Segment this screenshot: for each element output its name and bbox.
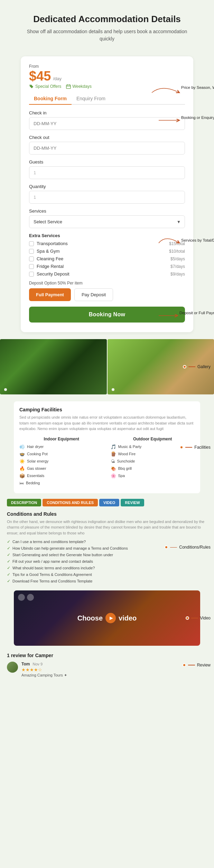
gallery-label: Gallery [197,364,211,369]
service-checkbox-security[interactable] [29,272,34,277]
service-row-security: Security Deposit $9/days [29,271,185,277]
tab-booking-form[interactable]: Booking Form [29,93,72,105]
condition-0: ✓Can I use a terms and conditions templa… [7,539,207,544]
outdoor-title: Outdoor Equipment [111,437,195,441]
video-title: Choose ▶ video [77,613,137,623]
tab-video[interactable]: VIDEO [99,499,119,506]
review-stars: ★★★★☆ [21,667,67,672]
page-subtitle: Show off all accommodation details and h… [21,28,193,43]
page-wrapper: Dedicated Accommodation Details Show off… [0,0,214,678]
gas-icon: 🔥 [19,466,25,471]
conditions-title: Conditions and Rules [7,511,207,517]
service-price-cleaning: $5/days [170,256,185,261]
checkout-label: Check out [29,135,185,140]
video-dot [186,616,189,620]
service-checkbox-transportations[interactable] [29,241,34,246]
service-row-spa: Spa & Gym $10/total [29,249,185,254]
reviewer-name: Tom [21,662,30,666]
gallery-annotation: Gallery [183,364,211,369]
guests-input[interactable] [29,166,185,179]
review-section: 1 review for Camper Tom Nov 9 ★★★★☆ Amaz… [7,653,207,678]
hairdryer-icon: 💨 [19,444,25,449]
review-dot [183,663,186,667]
video-minimize-icon[interactable] [27,594,34,601]
services-group: Services Select Service Transportations … [29,208,185,228]
page-title: Dedicated Accommodation Details [21,14,193,25]
video-section: Choose ▶ video [14,590,200,646]
bbq-icon: 🍖 [111,466,116,471]
gallery-section: Gallery [0,339,214,394]
badge-special-offers: Special Offers [29,84,61,89]
tag-icon [29,84,34,89]
conditions-desc: On the other hand, we denounce with righ… [7,519,207,536]
facility-essentials: 📦Essentials [19,473,104,478]
gallery-dot-annotation [183,365,186,368]
service-checkbox-spa[interactable] [29,249,34,254]
facility-spa: 🌸Spa [111,473,195,478]
sun-icon: 🌤 [111,459,115,464]
annotation-price: Price by Season, Weekdays [152,87,207,99]
quantity-input[interactable] [29,191,185,204]
tab-conditions[interactable]: CONDITIONS AND RULES [43,499,98,506]
quantity-label: Quantity [29,184,185,189]
gallery-image-forest [0,339,107,394]
service-checkbox-cleaning[interactable] [29,256,34,261]
facilities-section-wrapper: Camping Facilities Sed ut perspiciatis u… [7,401,207,493]
tab-enquiry-form[interactable]: Enquiry From [72,93,110,105]
pot-icon: 🍲 [19,451,25,457]
facility-sunchoide: 🌤Sunchoide [111,459,195,464]
service-row-fridge: Fridge Rental $7/days [29,264,185,269]
conditions-dot [165,545,168,549]
reviewer-date: Nov 9 [32,662,43,666]
facilities-section: Camping Facilities Sed ut perspiciatis u… [14,401,200,493]
calendar-icon [66,84,71,89]
pay-deposit-button[interactable]: Pay Deposit [74,288,113,301]
annotation-booking-form-label: Booking or Enquiry Form [181,115,214,120]
full-payment-button[interactable]: Full Payment [29,288,71,301]
reviewer-avatar [7,662,18,673]
facilities-grid: Indoor Equipment 💨Hair dryer 🍲Cooking Po… [19,437,195,488]
review-annotation: Review [183,663,211,668]
bedding-icon: 🛏 [19,480,24,486]
checkout-group: Check out [29,135,185,155]
facilities-dot [180,446,183,449]
check-icon-2: ✓ [7,552,10,557]
service-price-fridge: $7/days [170,264,185,269]
facility-gas: 🔥Gas stower [19,466,104,471]
check-icon-0: ✓ [7,539,10,544]
checkout-input[interactable] [29,142,185,155]
service-checkbox-fridge[interactable] [29,264,34,269]
checkin-label: Check in [29,110,185,115]
svg-rect-0 [66,85,71,89]
select-wrapper: Select Service Transportations Spa & Gym… [29,215,185,228]
guests-label: Guests [29,159,185,165]
quantity-group: Quantity [29,184,185,204]
service-row-cleaning: Cleaning Fee $5/days [29,256,185,261]
facility-cooking-pot: 🍲Cooking Pot [19,451,104,457]
annotation-services-label: Services by Total/Days/Hour [181,238,214,242]
guests-group: Guests [29,159,185,179]
gallery-line [188,366,195,367]
deposit-buttons: Full Payment Pay Deposit [29,288,185,301]
price-amount: $45 [29,69,51,83]
from-label: From [29,64,185,69]
tab-description[interactable]: DESCRIPTION [7,499,41,506]
facilities-indoor: Indoor Equipment 💨Hair dryer 🍲Cooking Po… [19,437,104,488]
annotation-deposit-label: Deposit or Full Payment [179,311,214,315]
video-close-icon[interactable] [18,594,25,601]
conditions-label: Conditions/Rules [179,545,211,550]
video-line [191,618,198,618]
video-play-button[interactable]: ▶ [105,613,116,623]
review-item: Tom Nov 9 ★★★★☆ Amazing Camping Tours ✦ [7,662,207,678]
conditions-annotation: Conditions/Rules [165,545,211,550]
page-header: Dedicated Accommodation Details Show off… [0,0,214,53]
facilities-label: Facilities [194,445,211,450]
services-select[interactable]: Select Service Transportations Spa & Gym… [29,215,185,228]
service-price-spa: $10/total [169,249,185,254]
service-name-transportations: Transportations [37,241,68,246]
condition-4: ✓What should basic terms and conditions … [7,566,207,570]
tab-review[interactable]: REVIEW [121,499,144,506]
facility-hair-dryer: 💨Hair dryer [19,444,104,449]
gallery-dot-1 [4,388,7,391]
annotation-services: Services by Total/Days/Hour [159,240,207,248]
